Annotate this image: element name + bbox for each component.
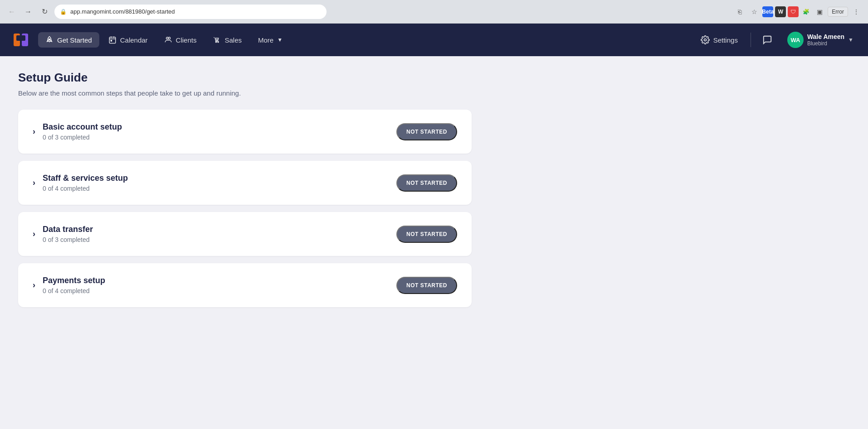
svg-point-12 bbox=[216, 41, 217, 42]
nav-item-sales[interactable]: Sales bbox=[205, 32, 249, 48]
shield-extension: 🛡 bbox=[788, 6, 799, 17]
not-started-badge-payments[interactable]: NOT STARTED bbox=[396, 277, 457, 294]
error-badge: Error bbox=[828, 7, 848, 17]
card-progress-data-transfer: 0 of 3 completed bbox=[43, 236, 93, 243]
nav-label-more: More bbox=[258, 36, 273, 44]
nav-items: Get Started Calendar Clients bbox=[38, 32, 695, 48]
chat-icon bbox=[762, 35, 772, 45]
user-subtitle: Bluebird bbox=[807, 40, 844, 47]
svg-point-11 bbox=[168, 37, 171, 39]
share-button[interactable]: ⎗ bbox=[733, 5, 746, 18]
app-navbar: Get Started Calendar Clients bbox=[0, 24, 868, 56]
card-chevron-icon: › bbox=[33, 178, 35, 188]
svg-rect-5 bbox=[109, 37, 116, 43]
card-title-staff-services: Staff & services setup bbox=[43, 174, 128, 183]
nav-label-sales: Sales bbox=[224, 36, 242, 44]
menu-button[interactable]: ⋮ bbox=[850, 5, 863, 18]
lock-icon: 🔒 bbox=[60, 9, 67, 15]
nav-item-get-started[interactable]: Get Started bbox=[38, 32, 99, 48]
browser-actions: ⎗ ☆ Beta W 🛡 🧩 ▣ Error ⋮ bbox=[733, 5, 863, 18]
not-started-badge-data-transfer[interactable]: NOT STARTED bbox=[396, 226, 457, 243]
app-logo bbox=[11, 30, 31, 50]
card-chevron-icon: › bbox=[33, 229, 35, 239]
svg-point-13 bbox=[218, 41, 219, 42]
card-title-data-transfer: Data transfer bbox=[43, 225, 93, 234]
setup-cards: › Basic account setup 0 of 3 completed N… bbox=[18, 110, 472, 307]
bookmark-button[interactable]: ☆ bbox=[748, 5, 761, 18]
nav-item-clients[interactable]: Clients bbox=[157, 32, 204, 48]
calendar-icon bbox=[108, 36, 117, 44]
setup-card-payments[interactable]: › Payments setup 0 of 4 completed NOT ST… bbox=[18, 263, 472, 307]
card-title-payments: Payments setup bbox=[43, 276, 105, 285]
url-text: app.mangomint.com/881980/get-started bbox=[70, 8, 175, 15]
user-name: Wale Ameen bbox=[807, 33, 844, 40]
card-info: Data transfer 0 of 3 completed bbox=[43, 225, 93, 243]
card-left: › Basic account setup 0 of 3 completed bbox=[33, 122, 122, 141]
card-info: Basic account setup 0 of 3 completed bbox=[43, 122, 122, 141]
user-menu-chevron-icon: ▼ bbox=[848, 37, 853, 43]
settings-button[interactable]: Settings bbox=[695, 32, 743, 48]
user-initials: WA bbox=[790, 37, 800, 43]
chat-button[interactable] bbox=[758, 31, 776, 49]
page-title: Setup Guide bbox=[18, 71, 850, 85]
sidebar-button[interactable]: ▣ bbox=[813, 5, 826, 18]
back-button[interactable]: ← bbox=[5, 5, 18, 18]
puzzle-extension: 🧩 bbox=[800, 6, 811, 17]
card-left: › Payments setup 0 of 4 completed bbox=[33, 276, 105, 294]
nav-label-clients: Clients bbox=[176, 36, 197, 44]
user-info: Wale Ameen Bluebird bbox=[807, 33, 844, 47]
card-progress-staff-services: 0 of 4 completed bbox=[43, 185, 128, 192]
beta-extension: Beta bbox=[762, 6, 773, 17]
nav-item-more[interactable]: More ▼ bbox=[251, 33, 290, 48]
not-started-badge-staff-services[interactable]: NOT STARTED bbox=[396, 174, 457, 192]
card-chevron-icon: › bbox=[33, 127, 35, 136]
sales-icon bbox=[213, 36, 221, 44]
card-progress-basic-account: 0 of 3 completed bbox=[43, 134, 122, 141]
settings-icon bbox=[701, 35, 710, 44]
page-subtitle: Below are the most common steps that peo… bbox=[18, 89, 850, 97]
card-left: › Staff & services setup 0 of 4 complete… bbox=[33, 174, 128, 192]
svg-point-14 bbox=[704, 39, 706, 41]
card-info: Staff & services setup 0 of 4 completed bbox=[43, 174, 128, 192]
card-left: › Data transfer 0 of 3 completed bbox=[33, 225, 93, 243]
svg-point-4 bbox=[49, 39, 50, 40]
rocket-icon bbox=[45, 36, 54, 44]
forward-button[interactable]: → bbox=[22, 5, 34, 18]
setup-card-data-transfer[interactable]: › Data transfer 0 of 3 completed NOT STA… bbox=[18, 212, 472, 256]
svg-rect-9 bbox=[111, 40, 112, 41]
more-chevron-icon: ▼ bbox=[277, 37, 283, 43]
card-title-basic-account: Basic account setup bbox=[43, 122, 122, 132]
reload-button[interactable]: ↻ bbox=[38, 5, 51, 18]
settings-label: Settings bbox=[713, 36, 738, 44]
browser-chrome: ← → ↻ 🔒 app.mangomint.com/881980/get-sta… bbox=[0, 0, 868, 24]
svg-rect-3 bbox=[16, 35, 25, 41]
user-menu[interactable]: WA Wale Ameen Bluebird ▼ bbox=[784, 30, 857, 50]
nav-item-calendar[interactable]: Calendar bbox=[101, 32, 155, 48]
setup-card-staff-services[interactable]: › Staff & services setup 0 of 4 complete… bbox=[18, 161, 472, 205]
clients-icon bbox=[164, 36, 172, 44]
setup-card-basic-account[interactable]: › Basic account setup 0 of 3 completed N… bbox=[18, 110, 472, 154]
not-started-badge-basic-account[interactable]: NOT STARTED bbox=[396, 123, 457, 140]
address-bar[interactable]: 🔒 app.mangomint.com/881980/get-started bbox=[54, 5, 327, 19]
nav-divider bbox=[751, 33, 751, 47]
nav-label-calendar: Calendar bbox=[120, 36, 148, 44]
w-extension: W bbox=[775, 6, 786, 17]
main-content: Setup Guide Below are the most common st… bbox=[0, 56, 868, 429]
nav-label-get-started: Get Started bbox=[57, 36, 92, 44]
card-chevron-icon: › bbox=[33, 280, 35, 290]
card-progress-payments: 0 of 4 completed bbox=[43, 287, 105, 294]
user-avatar: WA bbox=[787, 32, 804, 48]
card-info: Payments setup 0 of 4 completed bbox=[43, 276, 105, 294]
nav-right: Settings WA Wale Ameen Bluebird ▼ bbox=[695, 30, 857, 50]
